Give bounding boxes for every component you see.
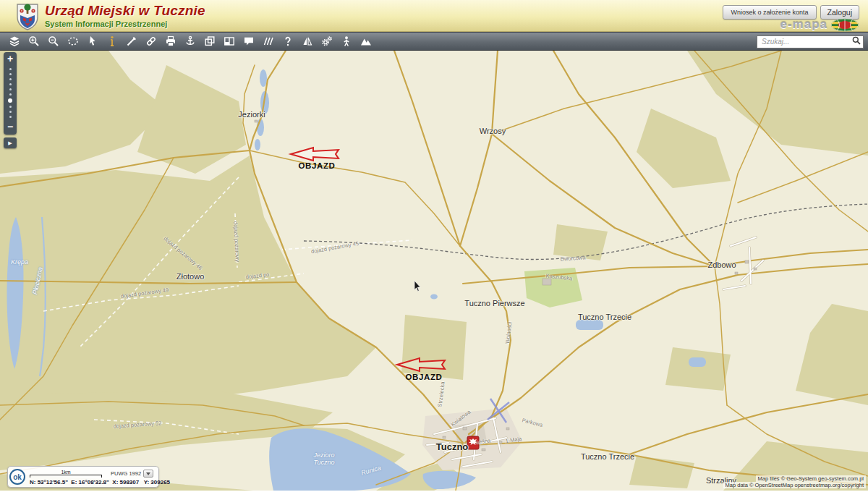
panel-expand-button[interactable]: ▶ xyxy=(4,137,17,148)
chevron-down-icon xyxy=(146,472,150,475)
emapa-brand-text: e-mapa xyxy=(780,17,827,32)
search-box xyxy=(757,34,864,48)
link-icon[interactable] xyxy=(144,35,158,48)
measure-area-icon[interactable] xyxy=(261,35,275,48)
crs-dropdown-button[interactable] xyxy=(143,470,153,478)
terrain-icon[interactable] xyxy=(359,35,373,48)
street-view-icon[interactable] xyxy=(339,35,353,48)
settings-icon[interactable] xyxy=(320,35,333,48)
anchor-icon[interactable] xyxy=(183,35,197,48)
attribution-tiles: Map tiles © Geo-System geo-system.com.pl xyxy=(756,475,866,482)
comment-icon[interactable] xyxy=(242,35,255,48)
zoom-out-button[interactable]: − xyxy=(7,122,13,132)
geo-system-globe-logo xyxy=(830,18,859,32)
city-crest-logo xyxy=(16,2,39,30)
scale-line xyxy=(30,475,102,478)
zoom-out-icon[interactable] xyxy=(46,35,60,48)
attribution-data: Map data © OpenStreetMap openstreetmap.o… xyxy=(723,482,866,488)
map-toolbar xyxy=(0,32,868,51)
help-icon[interactable] xyxy=(281,35,294,48)
map-attribution: Map tiles © Geo-System geo-system.com.pl… xyxy=(723,475,866,488)
page-title: Urząd Miejski w Tucznie xyxy=(45,3,205,19)
measure-line-icon[interactable] xyxy=(124,35,138,48)
info-icon[interactable] xyxy=(105,35,119,48)
zoom-in-button[interactable]: + xyxy=(7,54,13,64)
map-canvas[interactable] xyxy=(0,51,868,491)
mouse-cursor xyxy=(414,281,420,291)
scale-bar: 1km xyxy=(30,470,102,478)
copy-view-icon[interactable] xyxy=(203,35,216,48)
emapa-brand: e-mapa xyxy=(780,17,859,32)
ok-button[interactable]: ok xyxy=(9,469,25,485)
crs-label: PUWG 1992 xyxy=(111,470,141,477)
crs-selector[interactable]: PUWG 1992 xyxy=(111,470,153,478)
header: Urząd Miejski w Tucznie System Informacj… xyxy=(0,0,868,32)
page-subtitle: System Informacji Przestrzennej xyxy=(45,20,205,28)
status-bar: ok 1km PUWG 1992 N: 53°12'56.5" E: 16°08… xyxy=(7,466,159,488)
search-input[interactable] xyxy=(757,35,864,48)
scale-label: 1km xyxy=(30,470,102,475)
coordinates-readout: N: 53°12'56.5" E: 16°08'32.8" X: 598307 … xyxy=(30,479,156,485)
select-area-icon[interactable] xyxy=(66,35,80,48)
pointer-icon[interactable] xyxy=(85,35,99,48)
zoom-control: + − xyxy=(4,52,17,135)
split-view-icon[interactable] xyxy=(222,35,236,48)
map-viewport[interactable]: JeziorkiWrzosyZłotowoZdbowoTuczno Pierws… xyxy=(0,51,868,491)
zoom-level-slider[interactable] xyxy=(8,68,12,118)
zoom-in-icon[interactable] xyxy=(27,35,41,48)
compare-icon[interactable] xyxy=(300,35,314,48)
search-icon[interactable] xyxy=(852,36,861,45)
print-icon[interactable] xyxy=(163,35,177,48)
town-crest-marker[interactable] xyxy=(467,436,479,449)
layers-icon[interactable] xyxy=(7,35,21,48)
